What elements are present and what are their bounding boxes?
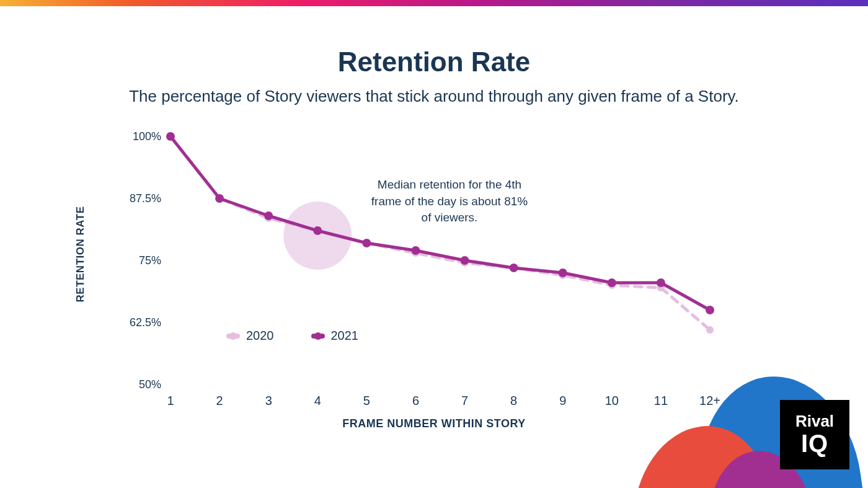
chart-subtitle: The percentage of Story viewers that sti…	[0, 87, 868, 106]
legend: 2020 2021	[226, 329, 358, 343]
x-tick: 1	[167, 394, 174, 408]
legend-label: 2020	[246, 329, 274, 343]
svg-point-20	[559, 268, 567, 277]
y-tick: 62.5%	[118, 316, 161, 329]
logo-line2: IQ	[801, 430, 828, 456]
y-tick: 75%	[118, 254, 161, 267]
brand-logo: Rival IQ	[780, 400, 849, 469]
x-tick: 5	[363, 394, 370, 408]
lines-svg	[170, 136, 710, 384]
plot-area: 100% 87.5% 75% 62.5% 50% 1 2 3 4 5 6 7 8…	[170, 136, 710, 384]
chart-title: Retention Rate	[0, 47, 868, 78]
y-tick: 50%	[118, 378, 161, 391]
legend-swatch-2021	[311, 334, 325, 339]
svg-point-11	[706, 326, 714, 334]
svg-point-19	[510, 264, 518, 272]
legend-label: 2021	[331, 329, 359, 343]
svg-point-14	[264, 211, 273, 220]
x-tick: 11	[654, 394, 668, 408]
logo-line1: Rival	[795, 413, 834, 430]
chart-canvas: Retention Rate The percentage of Story v…	[0, 6, 868, 488]
y-tick: 100%	[118, 130, 161, 143]
svg-point-22	[657, 278, 665, 287]
x-tick: 10	[605, 394, 619, 408]
series-2020	[167, 133, 714, 334]
y-axis-label: RETENTION RATE	[74, 206, 87, 303]
x-tick: 6	[412, 394, 419, 408]
legend-swatch-2020	[226, 334, 240, 339]
brand-gradient-bar	[0, 0, 868, 6]
svg-point-18	[461, 256, 469, 265]
svg-point-15	[313, 226, 322, 235]
x-tick: 12+	[699, 394, 720, 408]
x-tick: 7	[461, 394, 468, 408]
x-tick: 4	[314, 394, 321, 408]
svg-point-13	[215, 194, 224, 203]
x-tick: 9	[559, 394, 566, 408]
svg-point-23	[706, 306, 714, 314]
x-tick: 3	[265, 394, 272, 408]
svg-point-12	[166, 132, 175, 141]
svg-point-17	[411, 246, 420, 255]
svg-point-16	[362, 239, 371, 247]
svg-point-21	[608, 278, 616, 287]
callout-text: Median retention for the 4th frame of th…	[369, 177, 530, 226]
legend-item-2020: 2020	[226, 329, 274, 343]
x-tick: 8	[510, 394, 517, 408]
legend-item-2021: 2021	[311, 329, 359, 343]
x-tick: 2	[216, 394, 223, 408]
y-tick: 87.5%	[118, 192, 161, 205]
